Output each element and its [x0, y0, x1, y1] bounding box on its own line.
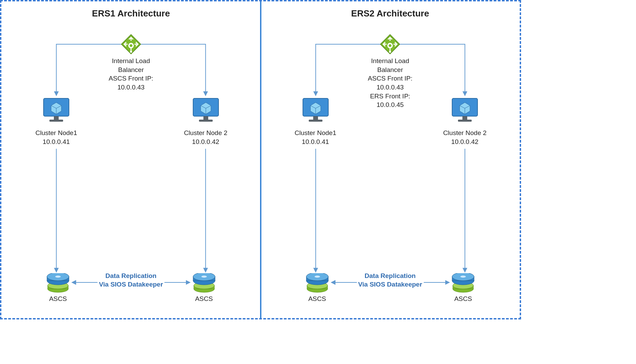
ilb-label: Internal LoadBalancerASCS Front IP:10.0.… [109, 57, 153, 92]
node-label: Cluster Node1 10.0.0.41 [295, 129, 336, 146]
vm-icon [449, 96, 480, 126]
svg-rect-9 [203, 116, 208, 120]
replication-block: Data ReplicationVia SIOS Datakeeper [1, 271, 261, 289]
ilb-label: Internal LoadBalancerASCS Front IP:10.0.… [368, 57, 412, 109]
node-ip: 10.0.0.41 [43, 138, 70, 145]
node-label: Cluster Node1 10.0.0.41 [35, 129, 77, 146]
node-name: Cluster Node 2 [184, 129, 227, 136]
node-ip: 10.0.0.42 [192, 138, 219, 145]
node-name: Cluster Node1 [295, 129, 336, 136]
vm-icon [190, 96, 221, 126]
vm-icon [300, 96, 331, 126]
load-balancer-icon [380, 34, 400, 54]
cluster-node-2: Cluster Node 2 10.0.0.42 [437, 96, 492, 146]
panel-ers1: ERS1 Architecture [1, 1, 261, 318]
svg-rect-35 [462, 116, 467, 120]
cluster-node-1: Cluster Node1 10.0.0.41 [29, 96, 84, 146]
replication-label: Data ReplicationVia SIOS Datakeeper [99, 271, 163, 289]
replication-label: Data ReplicationVia SIOS Datakeeper [358, 271, 422, 289]
svg-point-29 [389, 51, 391, 53]
svg-point-28 [389, 44, 391, 47]
svg-rect-5 [54, 116, 59, 120]
panel-title: ERS1 Architecture [1, 8, 261, 19]
vm-icon [41, 96, 72, 126]
disk-label: ASCS [195, 295, 213, 303]
svg-rect-32 [309, 120, 322, 122]
node-ip: 10.0.0.41 [302, 138, 329, 145]
ilb-block: Internal LoadBalancerASCS Front IP:10.0.… [1, 34, 261, 92]
load-balancer-icon [121, 34, 141, 54]
node-label: Cluster Node 2 10.0.0.42 [443, 129, 487, 146]
disk-label: ASCS [308, 295, 326, 303]
replication-block: Data ReplicationVia SIOS Datakeeper [261, 271, 520, 289]
node-name: Cluster Node 2 [443, 129, 487, 136]
svg-rect-36 [458, 120, 472, 122]
svg-point-2 [130, 44, 132, 47]
panel-title: ERS2 Architecture [261, 8, 520, 19]
disk-label: ASCS [454, 295, 472, 303]
node-label: Cluster Node 2 10.0.0.42 [184, 129, 227, 146]
node-name: Cluster Node1 [35, 129, 77, 136]
diagram-canvas: ERS1 Architecture [0, 0, 521, 319]
svg-rect-10 [199, 120, 213, 122]
cluster-node-1: Cluster Node1 10.0.0.41 [288, 96, 343, 146]
panel-ers2: ERS2 Architecture [261, 1, 520, 318]
node-ip: 10.0.0.42 [451, 138, 478, 145]
svg-rect-31 [313, 116, 318, 120]
disk-label: ASCS [49, 295, 67, 303]
svg-rect-6 [49, 120, 63, 122]
svg-point-3 [130, 51, 132, 53]
cluster-node-2: Cluster Node 2 10.0.0.42 [178, 96, 233, 146]
